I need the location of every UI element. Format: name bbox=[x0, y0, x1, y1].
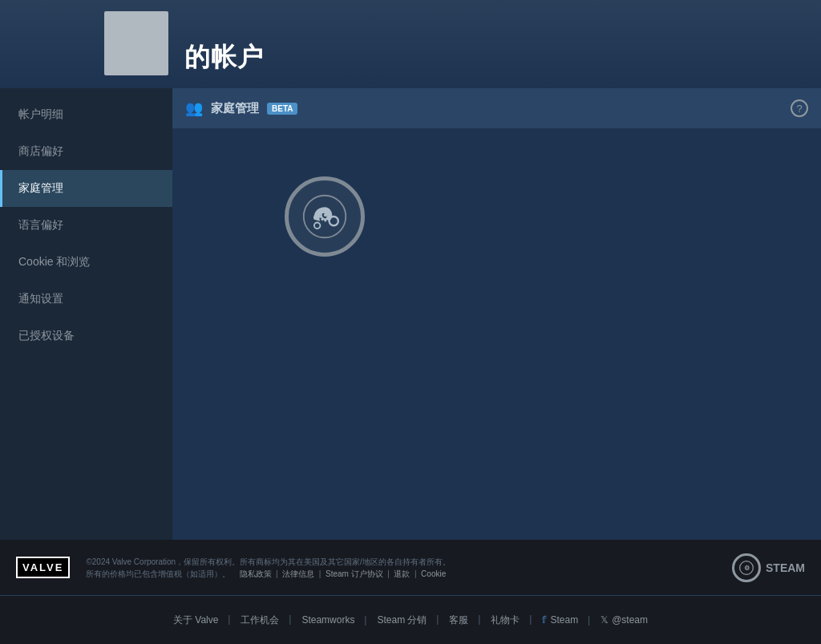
footer-link-steam-distribution[interactable]: Steam 分销 bbox=[366, 614, 438, 627]
page-title: 的帐户 bbox=[184, 40, 264, 75]
sidebar-item-store-preferences[interactable]: 商店偏好 bbox=[0, 133, 172, 170]
footer-steam-text: STEAM bbox=[766, 561, 805, 574]
footer-link-refund[interactable]: 退款 bbox=[394, 569, 410, 578]
page-header: 的帐户 bbox=[0, 0, 821, 88]
footer: VALVE ©2024 Valve Corporation，保留所有权利。所有商… bbox=[0, 540, 821, 644]
beta-badge: BETA bbox=[267, 103, 297, 115]
steam-svg: ⚙ bbox=[301, 192, 349, 241]
sidebar: 帐户明细 商店偏好 家庭管理 语言偏好 Cookie 和浏览 通知设置 已授权设… bbox=[0, 88, 172, 540]
facebook-icon: 𝕗 bbox=[542, 614, 547, 626]
family-icon: 👥 bbox=[185, 99, 203, 117]
footer-top: VALVE ©2024 Valve Corporation，保留所有权利。所有商… bbox=[0, 540, 821, 596]
footer-link-facebook-steam[interactable]: 𝕗 Steam bbox=[531, 614, 589, 626]
footer-link-about-valve[interactable]: 关于 Valve bbox=[162, 614, 229, 627]
footer-steam-icon: ⚙ bbox=[732, 553, 761, 582]
footer-link-support[interactable]: 客服 bbox=[438, 614, 479, 627]
footer-link-subscriber[interactable]: Steam 订户协议 bbox=[326, 569, 383, 578]
user-avatar bbox=[104, 11, 168, 75]
content-area: 👥 家庭管理 BETA ? bbox=[172, 88, 821, 540]
sidebar-item-family-management[interactable]: 家庭管理 bbox=[0, 170, 172, 207]
footer-link-jobs[interactable]: 工作机会 bbox=[229, 614, 290, 627]
footer-bottom: 关于 Valve 工作机会 Steamworks Steam 分销 客服 礼物卡… bbox=[0, 596, 821, 644]
sidebar-item-authorized-devices[interactable]: 已授权设备 bbox=[0, 318, 172, 354]
sidebar-item-cookie-browser[interactable]: Cookie 和浏览 bbox=[0, 244, 172, 281]
sidebar-item-notification-settings[interactable]: 通知设置 bbox=[0, 281, 172, 318]
svg-text:⚙: ⚙ bbox=[744, 564, 750, 572]
footer-legal: ©2024 Valve Corporation，保留所有权利。所有商标均为其在美… bbox=[86, 556, 716, 580]
sidebar-item-account-details[interactable]: 帐户明细 bbox=[0, 96, 172, 133]
footer-link-steamworks[interactable]: Steamworks bbox=[290, 614, 366, 626]
footer-link-twitter-steam[interactable]: 𝕏 @steam bbox=[589, 614, 659, 626]
twitter-icon: 𝕏 bbox=[601, 614, 609, 626]
sidebar-item-language-preferences[interactable]: 语言偏好 bbox=[0, 207, 172, 244]
footer-steam-logo: ⚙ STEAM bbox=[732, 553, 805, 582]
valve-logo: VALVE bbox=[16, 557, 70, 578]
footer-link-legal[interactable]: 法律信息 bbox=[282, 569, 314, 578]
content-body: ⚙ bbox=[172, 128, 821, 540]
help-button[interactable]: ? bbox=[791, 99, 808, 117]
content-title: 家庭管理 bbox=[211, 101, 259, 116]
content-header: 👥 家庭管理 BETA ? bbox=[172, 88, 821, 128]
steam-loading-icon: ⚙ bbox=[285, 176, 365, 257]
svg-text:⚙: ⚙ bbox=[317, 206, 333, 225]
footer-link-cookie[interactable]: Cookie bbox=[421, 569, 446, 578]
footer-link-gift-cards[interactable]: 礼物卡 bbox=[479, 614, 531, 627]
footer-link-privacy[interactable]: 隐私政策 bbox=[240, 569, 272, 578]
main-layout: 帐户明细 商店偏好 家庭管理 语言偏好 Cookie 和浏览 通知设置 已授权设… bbox=[0, 88, 821, 540]
